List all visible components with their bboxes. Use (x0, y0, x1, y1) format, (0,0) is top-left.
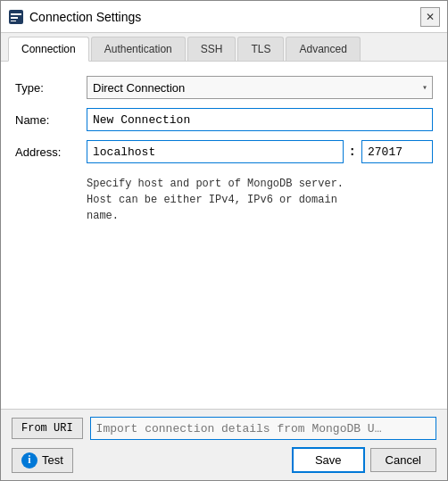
from-uri-button[interactable]: From URI (12, 418, 83, 439)
svg-rect-3 (11, 21, 16, 21)
save-button[interactable]: Save (292, 447, 365, 473)
close-button[interactable]: ✕ (420, 7, 440, 27)
svg-rect-1 (11, 13, 21, 15)
type-select-wrapper: Direct Connection Replica Set Sharded Cl… (87, 76, 433, 99)
uri-row: From URI (12, 417, 436, 440)
type-select[interactable]: Direct Connection Replica Set Sharded Cl… (87, 76, 433, 99)
info-icon: i (21, 452, 37, 469)
tab-tls[interactable]: TLS (237, 37, 284, 61)
tab-connection[interactable]: Connection (8, 37, 89, 62)
hint-text: Specify host and port of MongoDB server.… (87, 176, 433, 224)
port-input[interactable] (361, 140, 433, 163)
connection-settings-window: Connection Settings ✕ Connection Authent… (0, 0, 448, 481)
uri-input[interactable] (90, 417, 436, 440)
name-row: Name: (15, 108, 433, 131)
address-row: Address: : (15, 140, 433, 163)
cancel-button[interactable]: Cancel (370, 448, 436, 472)
test-button[interactable]: i Test (12, 448, 73, 473)
window-icon (8, 9, 24, 25)
tab-advanced[interactable]: Advanced (286, 37, 360, 61)
colon-separator: : (349, 145, 356, 159)
tab-ssh[interactable]: SSH (187, 37, 236, 61)
svg-rect-2 (11, 17, 18, 19)
address-label: Address: (15, 145, 87, 159)
title-bar: Connection Settings ✕ (1, 1, 447, 33)
tab-bar: Connection Authentication SSH TLS Advanc… (1, 33, 447, 62)
address-input[interactable] (87, 140, 344, 163)
name-input[interactable] (87, 108, 433, 131)
type-label: Type: (15, 81, 87, 95)
type-row: Type: Direct Connection Replica Set Shar… (15, 76, 433, 99)
tab-content: Type: Direct Connection Replica Set Shar… (1, 62, 447, 409)
action-row: i Test Save Cancel (12, 447, 436, 473)
title-bar-left: Connection Settings (8, 9, 141, 25)
window-title: Connection Settings (29, 10, 141, 24)
test-label: Test (42, 453, 63, 467)
address-fields: : (87, 140, 433, 163)
bottom-section: From URI i Test Save Cancel (1, 409, 447, 480)
tab-authentication[interactable]: Authentication (91, 37, 186, 61)
content-spacer (15, 224, 433, 402)
name-label: Name: (15, 113, 87, 127)
